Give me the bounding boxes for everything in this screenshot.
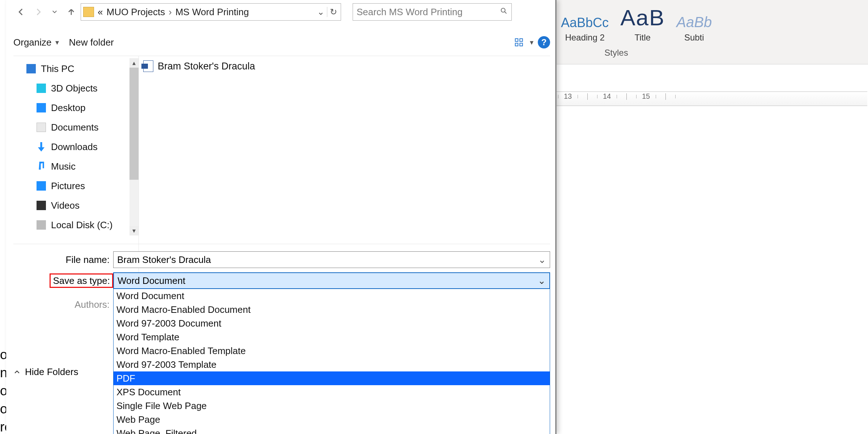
pc-icon (26, 64, 36, 73)
filetype-value: Word Document (118, 275, 185, 286)
chevron-down-icon: ⌄ (538, 275, 546, 286)
tree-node-label: This PC (41, 63, 74, 75)
crumb-item[interactable]: MUO Projects (106, 7, 165, 18)
style-sample: AaBb (676, 8, 712, 30)
organize-menu[interactable]: Organize ▾ (13, 37, 59, 48)
hide-folders-label: Hide Folders (25, 366, 78, 378)
tree-node[interactable]: Desktop (24, 98, 139, 118)
filetype-label: Save as type: (50, 273, 113, 288)
downloads-icon (37, 142, 46, 152)
file-item[interactable]: Bram Stoker's Dracula (143, 60, 546, 72)
tree-node[interactable]: Local Disk (C:) (24, 215, 139, 235)
tree-node[interactable]: 3D Objects (24, 78, 139, 98)
filetype-label-wrap: Save as type: (13, 275, 113, 286)
ruler-number: 15 (642, 92, 650, 101)
tree-node-label: Desktop (51, 102, 85, 114)
style-item[interactable]: AaBbCcHeading 2 (555, 4, 614, 46)
tree-node-label: Documents (51, 122, 99, 133)
organize-label: Organize (13, 37, 52, 48)
crumb-overflow[interactable]: « (98, 7, 103, 18)
filetype-option[interactable]: Word 97-2003 Document (114, 316, 550, 330)
filetype-option[interactable]: Web Page, Filtered (114, 426, 550, 434)
filetype-option[interactable]: XPS Document (114, 385, 550, 399)
tree-node[interactable]: Music (24, 157, 139, 176)
music-icon (37, 162, 46, 171)
chevron-down-icon: ▾ (55, 38, 59, 47)
disk-icon (37, 220, 46, 230)
chevron-up-icon (13, 369, 21, 376)
save-as-dialog: « MUO Projects › MS Word Printing ⌄ ↻ Or… (6, 0, 557, 434)
hide-folders-button[interactable]: Hide Folders (13, 366, 78, 378)
filetype-option[interactable]: Word Template (114, 330, 550, 344)
style-label: Title (635, 33, 651, 43)
tree-node-label: Pictures (51, 180, 85, 192)
chevron-right-icon: › (169, 7, 172, 18)
filetype-option[interactable]: Word Document (114, 289, 550, 303)
tree-node[interactable]: Downloads (24, 137, 139, 157)
tree-node-label: Downloads (51, 141, 98, 153)
save-form: File name: Bram Stoker's Dracula ⌄ Save … (13, 244, 550, 434)
filename-value: Bram Stoker's Dracula (117, 254, 211, 265)
nav-tree[interactable]: This PC3D ObjectsDesktopDocumentsDownloa… (13, 59, 139, 235)
nav-forward-button[interactable] (31, 5, 45, 19)
filename-row: File name: Bram Stoker's Dracula ⌄ (13, 249, 550, 270)
new-folder-button[interactable]: New folder (69, 37, 114, 48)
command-bar: Organize ▾ New folder ▾ ? (13, 33, 550, 52)
scroll-thumb[interactable] (129, 68, 139, 180)
tree-node[interactable]: Videos (24, 196, 139, 215)
address-breadcrumb[interactable]: « MUO Projects › MS Word Printing ⌄ ↻ (81, 3, 341, 21)
tree-node-label: Local Disk (C:) (51, 220, 112, 231)
filetype-option[interactable]: Single File Web Page (114, 399, 550, 413)
tree-node-label: Music (51, 161, 76, 172)
chevron-down-icon[interactable]: ▾ (530, 38, 533, 47)
filetype-select[interactable]: Word Document ⌄ Word DocumentWord Macro-… (113, 272, 550, 289)
tree-node[interactable]: Pictures (24, 176, 139, 196)
authors-label: Authors: (13, 299, 113, 310)
filetype-option[interactable]: PDF (114, 371, 550, 385)
tree-node[interactable]: This PC (24, 59, 139, 78)
svg-rect-4 (520, 43, 523, 46)
tree-node[interactable]: Documents (24, 118, 139, 137)
filetype-option[interactable]: Web Page (114, 413, 550, 426)
filetype-dropdown[interactable]: Word DocumentWord Macro-Enabled Document… (113, 289, 550, 434)
svg-rect-2 (515, 43, 518, 46)
view-options-button[interactable] (513, 36, 526, 48)
search-box[interactable] (353, 3, 512, 21)
filename-input[interactable]: Bram Stoker's Dracula ⌄ (113, 251, 550, 268)
ruler-number: 13 (564, 92, 572, 101)
nav-up-button[interactable] (64, 5, 78, 19)
svg-point-0 (501, 8, 505, 12)
refresh-button[interactable]: ↻ (327, 7, 339, 17)
help-button[interactable]: ? (538, 36, 550, 48)
chevron-down-icon[interactable]: ⌄ (538, 254, 546, 265)
scroll-up-button[interactable]: ▴ (129, 58, 139, 68)
address-bar-row: « MUO Projects › MS Word Printing ⌄ ↻ (14, 3, 550, 21)
search-input[interactable] (357, 7, 500, 18)
scroll-track[interactable] (129, 68, 139, 226)
style-sample: AaB (620, 8, 665, 30)
tree-scrollbar[interactable]: ▴ ▾ (129, 58, 139, 235)
filetype-option[interactable]: Word Macro-Enabled Document (114, 303, 550, 316)
svg-rect-3 (520, 39, 523, 42)
3d-objects-icon (37, 84, 46, 93)
file-name: Bram Stoker's Dracula (158, 61, 255, 72)
style-label: Heading 2 (565, 33, 604, 43)
search-icon (500, 7, 508, 17)
nav-recent-dropdown[interactable] (47, 5, 62, 19)
style-sample: AaBbCc (561, 8, 609, 30)
tree-node-label: 3D Objects (51, 83, 98, 94)
style-item[interactable]: AaBbSubti (671, 4, 718, 46)
filetype-row: Save as type: Word Document ⌄ Word Docum… (13, 270, 550, 291)
filename-label: File name: (13, 254, 113, 265)
filetype-option[interactable]: Word Macro-Enabled Template (114, 344, 550, 358)
filetype-option[interactable]: Word 97-2003 Template (114, 358, 550, 371)
style-item[interactable]: AaBTitle (614, 4, 671, 46)
style-label: Subti (684, 33, 704, 43)
pictures-icon (37, 181, 46, 191)
nav-back-button[interactable] (14, 5, 29, 19)
address-dropdown[interactable]: ⌄ (315, 7, 327, 17)
scroll-down-button[interactable]: ▾ (129, 226, 139, 235)
crumb-item[interactable]: MS Word Printing (175, 7, 249, 18)
ruler-number: 14 (603, 92, 611, 101)
word-doc-icon (143, 60, 153, 72)
